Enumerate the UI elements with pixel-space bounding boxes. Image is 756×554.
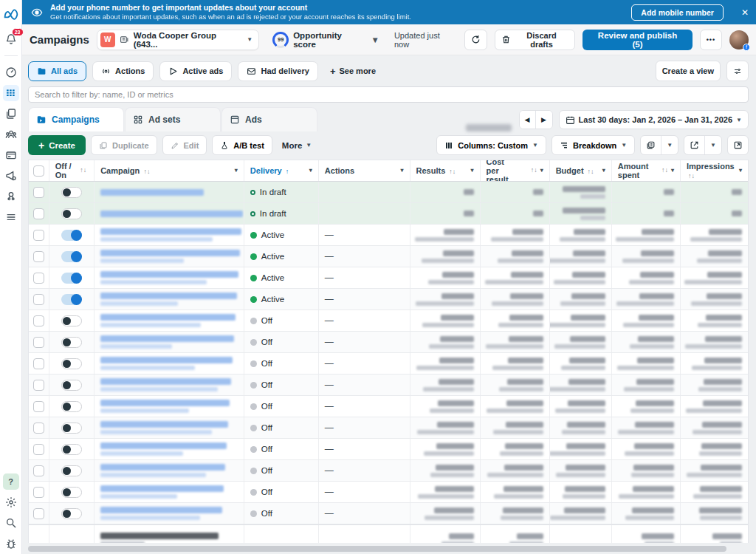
campaign-row[interactable]: Off— (29, 332, 748, 353)
row-checkbox[interactable] (33, 273, 44, 284)
campaign-toggle[interactable] (61, 273, 82, 284)
duplicate-button[interactable]: Duplicate (91, 135, 157, 155)
campaign-row[interactable]: Active— (29, 289, 748, 310)
campaign-row[interactable]: Active— (29, 246, 748, 267)
campaign-toggle[interactable] (61, 187, 82, 198)
campaign-toggle[interactable] (61, 337, 82, 348)
campaign-row[interactable]: Off— (29, 353, 748, 375)
sidebar-item-campaigns[interactable] (3, 85, 19, 101)
campaign-toggle[interactable] (61, 208, 82, 219)
campaign-name-cell[interactable] (94, 417, 244, 438)
header-off-on[interactable]: Off / On↑↓ (49, 160, 94, 181)
row-checkbox[interactable] (33, 465, 44, 476)
campaign-name-cell[interactable] (94, 289, 244, 310)
row-checkbox[interactable] (33, 401, 44, 412)
create-a-view-button[interactable]: Create a view (656, 61, 721, 81)
user-avatar[interactable]: f (729, 30, 749, 49)
tab-ads[interactable]: Ads (221, 107, 317, 131)
sidebar-item-billing[interactable] (3, 147, 19, 163)
campaign-toggle[interactable] (61, 508, 82, 519)
opportunity-score[interactable]: 99 Opportunity score ▼ (272, 31, 379, 49)
sidebar-item-assets[interactable] (3, 188, 19, 205)
banner-close-icon[interactable]: ✕ (741, 7, 749, 18)
campaign-name-cell[interactable] (94, 332, 244, 352)
expand-icon[interactable] (728, 136, 748, 154)
campaign-row[interactable]: Off— (29, 396, 748, 417)
chevron-down-icon[interactable]: ▾ (235, 168, 238, 174)
edit-button[interactable]: Edit (162, 135, 207, 155)
export-icon[interactable] (684, 136, 704, 154)
prev-arrow-button[interactable]: ◀ (520, 111, 536, 129)
header-cost-per-result[interactable]: Cost per result↑↓▾ (481, 160, 550, 181)
campaign-name-cell[interactable] (94, 482, 244, 502)
row-checkbox[interactable] (33, 208, 44, 219)
campaign-name-cell[interactable] (94, 182, 244, 202)
header-campaign[interactable]: Campaign ↑↓▾ (94, 160, 244, 181)
row-checkbox[interactable] (33, 294, 44, 305)
campaign-toggle[interactable] (61, 487, 82, 498)
ab-test-button[interactable]: A/B test (212, 135, 272, 155)
search-input[interactable] (28, 86, 749, 103)
row-checkbox[interactable] (33, 380, 44, 391)
filter-chip-active-ads[interactable]: Active ads (159, 61, 232, 81)
row-checkbox[interactable] (33, 487, 44, 498)
see-more-filters[interactable]: +See more (324, 66, 382, 77)
select-all-checkbox[interactable] (33, 165, 44, 177)
discard-drafts-button[interactable]: Discard drafts (495, 30, 576, 50)
row-checkbox[interactable] (33, 358, 44, 369)
chevron-down-icon[interactable]: ▾ (401, 168, 404, 174)
chevron-down-icon[interactable]: ▾ (540, 168, 543, 174)
header-delivery[interactable]: Delivery ↑▾ (244, 160, 319, 181)
more-dropdown[interactable]: More▼ (278, 141, 316, 150)
chevron-down-icon[interactable]: ▾ (602, 168, 605, 174)
campaign-row[interactable]: Off— (29, 482, 748, 503)
campaign-row[interactable]: Active— (29, 225, 748, 246)
campaign-row[interactable]: Off— (29, 503, 748, 524)
add-mobile-number-button[interactable]: Add mobile number (631, 4, 724, 21)
row-checkbox[interactable] (33, 230, 44, 241)
more-options-button[interactable]: ••• (700, 30, 722, 50)
reports-icon[interactable] (641, 136, 661, 154)
campaign-toggle[interactable] (61, 380, 82, 391)
campaign-row[interactable]: In draft (29, 182, 748, 203)
row-checkbox[interactable] (33, 337, 44, 348)
header-results[interactable]: Results ↑↓▾ (410, 160, 481, 181)
chevron-down-icon[interactable]: ▾ (671, 168, 674, 174)
campaign-toggle[interactable] (61, 401, 82, 412)
campaign-toggle[interactable] (61, 465, 82, 476)
refresh-button[interactable] (464, 30, 487, 50)
campaign-toggle[interactable] (61, 251, 82, 262)
report-bug-icon[interactable] (3, 536, 19, 552)
breakdown-button[interactable]: Breakdown▼ (551, 135, 635, 155)
review-and-publish-button[interactable]: Review and publish (5) (583, 30, 692, 50)
next-arrow-button[interactable]: ▶ (536, 111, 552, 129)
chevron-down-icon[interactable]: ▾ (471, 168, 474, 174)
campaign-name-cell[interactable] (94, 310, 244, 331)
date-range-button[interactable]: Last 30 days: Jan 2, 2026 – Jan 31, 2026… (559, 110, 749, 129)
reports-caret[interactable]: ▼ (661, 136, 678, 154)
search-icon[interactable] (3, 515, 19, 531)
row-checkbox[interactable] (33, 315, 44, 326)
sidebar-item-audiences[interactable] (3, 126, 19, 143)
campaign-toggle[interactable] (61, 294, 82, 305)
campaign-toggle[interactable] (61, 315, 82, 326)
campaign-row[interactable]: Off— (29, 310, 748, 332)
help-icon[interactable]: ? (3, 473, 19, 490)
campaign-toggle[interactable] (61, 444, 82, 455)
campaign-name-cell[interactable] (94, 460, 244, 481)
sidebar-item-ads-settings[interactable] (3, 168, 19, 184)
meta-logo-icon[interactable] (3, 7, 19, 23)
campaign-row[interactable]: In draft (29, 203, 748, 225)
sidebar-item-overview[interactable] (3, 64, 19, 81)
campaign-row[interactable]: Off— (29, 460, 748, 482)
settings-gear-icon[interactable] (3, 494, 19, 510)
campaign-name-cell[interactable] (94, 267, 244, 288)
sidebar-item-pages[interactable] (3, 106, 19, 122)
campaign-row[interactable]: Off— (29, 417, 748, 439)
export-caret[interactable]: ▼ (704, 136, 721, 154)
columns-button[interactable]: Columns: Custom▼ (436, 135, 546, 155)
row-checkbox[interactable] (33, 187, 44, 198)
campaign-name-cell[interactable] (94, 396, 244, 417)
campaign-name-cell[interactable] (94, 353, 244, 374)
chevron-down-icon[interactable]: ▾ (739, 168, 742, 174)
